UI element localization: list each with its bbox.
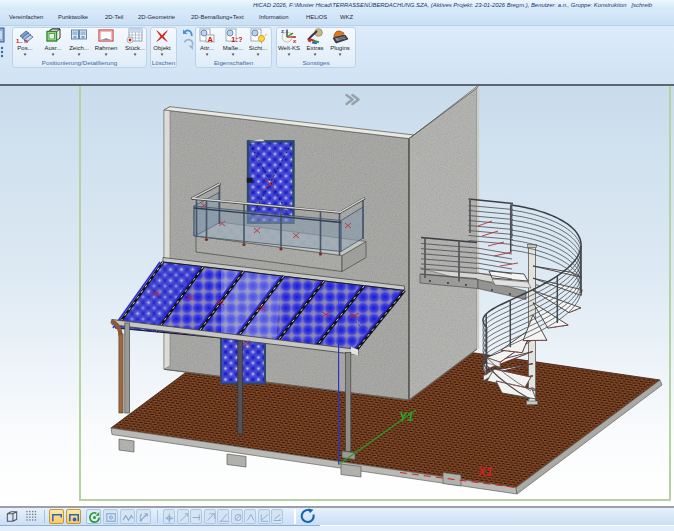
svg-text:1:?: 1:?	[231, 35, 242, 44]
svg-text:x: x	[293, 38, 297, 44]
svg-text:X1: X1	[477, 465, 493, 479]
svg-text:z: z	[281, 28, 284, 34]
svg-text:Y1: Y1	[399, 410, 414, 424]
svg-text:A: A	[208, 35, 214, 44]
svg-text:1.. n: 1.. n	[16, 38, 28, 44]
